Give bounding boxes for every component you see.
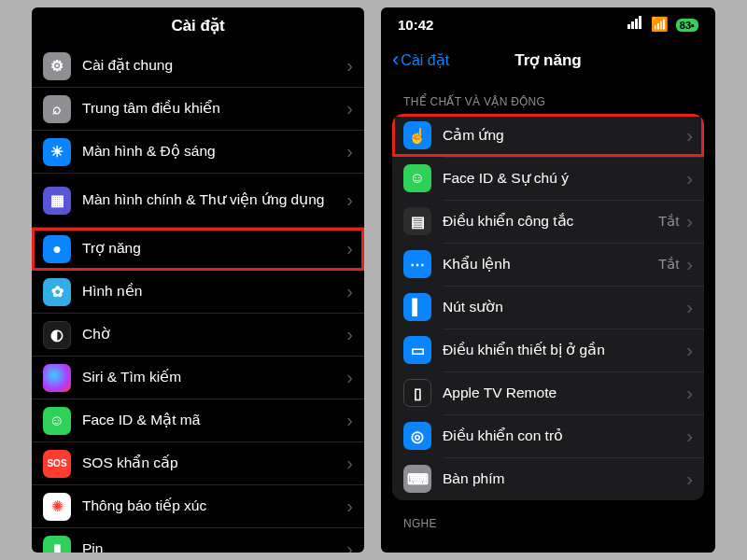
chevron-right-icon: › bbox=[346, 324, 353, 345]
row-control-center[interactable]: ⌕ Trung tâm điều khiển › bbox=[32, 88, 364, 131]
nav-bar: ‹ Cài đặt Trợ năng bbox=[381, 41, 715, 78]
row-label: Hình nền bbox=[82, 283, 346, 301]
row-touch[interactable]: ☝ Cảm ứng › bbox=[392, 114, 704, 157]
chevron-right-icon: › bbox=[346, 367, 353, 388]
row-label: Pin bbox=[82, 540, 346, 553]
chevron-right-icon: › bbox=[686, 383, 693, 404]
chevron-right-icon: › bbox=[346, 238, 353, 259]
back-button[interactable]: ‹ Cài đặt bbox=[392, 51, 449, 69]
settings-screen: Cài đặt ⚙ Cài đặt chung › ⌕ Trung tâm đi… bbox=[32, 7, 364, 553]
voice-icon: ⋯ bbox=[403, 250, 431, 278]
row-label: Màn hình & Độ sáng bbox=[82, 143, 346, 161]
row-label: Cài đặt chung bbox=[82, 57, 346, 75]
side-button-icon: ▌ bbox=[403, 293, 431, 321]
chevron-right-icon: › bbox=[346, 98, 353, 119]
chevron-right-icon: › bbox=[686, 254, 693, 275]
chevron-right-icon: › bbox=[346, 539, 353, 553]
chevron-right-icon: › bbox=[346, 496, 353, 517]
row-value: Tắt bbox=[658, 213, 679, 230]
chevron-right-icon: › bbox=[346, 141, 353, 162]
row-label: Cảm ứng bbox=[443, 127, 686, 144]
accessibility-screen: 10:42 📶 83▪ ‹ Cài đặt Trợ năng THỂ CHẤT … bbox=[381, 7, 715, 553]
chevron-right-icon: › bbox=[346, 410, 353, 431]
section-header-hearing: NGHE bbox=[381, 500, 715, 536]
switches-icon: ⌕ bbox=[43, 95, 71, 123]
status-bar: 10:42 📶 83▪ bbox=[381, 7, 715, 41]
row-standby[interactable]: ◐ Chờ › bbox=[32, 314, 364, 357]
row-faceid-attention[interactable]: ☺ Face ID & Sự chú ý › bbox=[392, 157, 704, 200]
chevron-right-icon: › bbox=[686, 211, 693, 232]
row-label: Face ID & Sự chú ý bbox=[443, 170, 686, 187]
row-label: Điều khiển công tắc bbox=[443, 213, 658, 230]
status-time: 10:42 bbox=[398, 17, 433, 33]
sun-icon: ☀ bbox=[43, 138, 71, 166]
remote-icon: ▯ bbox=[403, 379, 431, 407]
flower-icon: ✿ bbox=[43, 278, 71, 306]
row-pointer-control[interactable]: ◎ Điều khiển con trỏ › bbox=[392, 414, 704, 457]
row-display-brightness[interactable]: ☀ Màn hình & Độ sáng › bbox=[32, 131, 364, 174]
row-voice-control[interactable]: ⋯ Khẩu lệnh Tắt › bbox=[392, 243, 704, 286]
row-sos[interactable]: SOS SOS khẩn cấp › bbox=[32, 442, 364, 485]
keyboard-icon: ⌨ bbox=[403, 465, 431, 493]
exposure-icon: ✺ bbox=[43, 493, 71, 521]
nearby-icon: ▭ bbox=[403, 336, 431, 364]
faceid-icon: ☺ bbox=[43, 407, 71, 435]
back-label: Cài đặt bbox=[401, 51, 449, 69]
accessibility-icon: ● bbox=[43, 235, 71, 263]
row-label: Trung tâm điều khiển bbox=[82, 100, 346, 118]
switch-control-icon: ▤ bbox=[403, 207, 431, 235]
chevron-right-icon: › bbox=[346, 55, 353, 77]
battery-pill: 83▪ bbox=[676, 19, 698, 32]
pointer-icon: ◎ bbox=[403, 422, 431, 450]
chevron-right-icon: › bbox=[686, 125, 693, 147]
row-label: Chờ bbox=[82, 326, 346, 343]
row-appletv-remote[interactable]: ▯ Apple TV Remote › bbox=[392, 371, 704, 414]
row-label: Trợ năng bbox=[82, 240, 346, 258]
section-header-physical: THỂ CHẤT VÀ VẬN ĐỘNG bbox=[381, 78, 715, 114]
row-label: Thông báo tiếp xúc bbox=[82, 497, 346, 515]
row-wallpaper[interactable]: ✿ Hình nền › bbox=[32, 271, 364, 314]
chevron-right-icon: › bbox=[346, 189, 353, 211]
page-title: Cài đặt bbox=[32, 7, 364, 45]
row-label: Bàn phím bbox=[443, 470, 686, 487]
row-value: Tắt bbox=[658, 256, 679, 273]
row-label: Siri & Tìm kiếm bbox=[82, 369, 346, 386]
clock-icon: ◐ bbox=[43, 321, 71, 349]
chevron-right-icon: › bbox=[686, 426, 693, 447]
settings-list: ⚙ Cài đặt chung › ⌕ Trung tâm điều khiển… bbox=[32, 45, 364, 553]
row-exposure[interactable]: ✺ Thông báo tiếp xúc › bbox=[32, 485, 364, 528]
row-label: Điều khiển con trỏ bbox=[443, 427, 686, 444]
row-label: Face ID & Mật mã bbox=[82, 412, 346, 429]
status-right: 📶 83▪ bbox=[627, 16, 699, 33]
row-nearby-devices[interactable]: ▭ Điều khiển thiết bị ở gần › bbox=[392, 329, 704, 371]
sos-icon: SOS bbox=[43, 450, 71, 478]
row-faceid-passcode[interactable]: ☺ Face ID & Mật mã › bbox=[32, 399, 364, 442]
row-label: Khẩu lệnh bbox=[443, 256, 658, 273]
row-label: Nút sườn bbox=[443, 299, 686, 315]
apps-grid-icon: ▦ bbox=[43, 187, 71, 215]
row-siri[interactable]: Siri & Tìm kiếm › bbox=[32, 357, 364, 399]
row-label: Điều khiển thiết bị ở gần bbox=[443, 342, 686, 358]
row-label: Apple TV Remote bbox=[443, 385, 686, 401]
row-home-screen[interactable]: ▦ Màn hình chính & Thư viện ứng dụng › bbox=[32, 174, 364, 228]
chevron-right-icon: › bbox=[686, 340, 693, 361]
chevron-right-icon: › bbox=[346, 453, 353, 474]
row-battery[interactable]: ▮ Pin › bbox=[32, 528, 364, 553]
chevron-right-icon: › bbox=[686, 297, 693, 318]
touch-icon: ☝ bbox=[403, 121, 431, 149]
chevron-right-icon: › bbox=[686, 168, 693, 189]
signal-icon bbox=[627, 16, 641, 29]
row-accessibility[interactable]: ● Trợ năng › bbox=[32, 228, 364, 271]
faceid-icon: ☺ bbox=[403, 164, 431, 192]
wifi-icon: 📶 bbox=[651, 16, 669, 32]
chevron-right-icon: › bbox=[686, 469, 693, 490]
row-general[interactable]: ⚙ Cài đặt chung › bbox=[32, 45, 364, 88]
row-keyboard[interactable]: ⌨ Bàn phím › bbox=[392, 457, 704, 500]
settings-group-physical: ☝ Cảm ứng › ☺ Face ID & Sự chú ý › ▤ Điề… bbox=[392, 114, 704, 500]
chevron-right-icon: › bbox=[346, 281, 353, 302]
row-side-button[interactable]: ▌ Nút sườn › bbox=[392, 286, 704, 329]
siri-icon bbox=[43, 364, 71, 392]
row-switch-control[interactable]: ▤ Điều khiển công tắc Tắt › bbox=[392, 200, 704, 243]
battery-icon: ▮ bbox=[43, 536, 71, 553]
row-label: SOS khẩn cấp bbox=[82, 455, 346, 472]
